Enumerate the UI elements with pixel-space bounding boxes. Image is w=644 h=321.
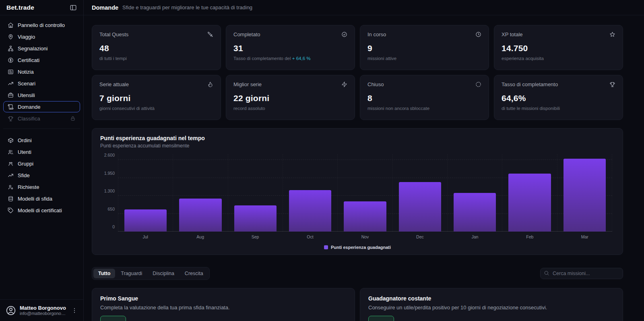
stat-card-header: In corso [367, 31, 481, 37]
tab-traguardi[interactable]: Traguardi [116, 269, 147, 278]
user-request-icon [8, 184, 14, 190]
sidebar-header: Bet.trade [0, 0, 83, 15]
chart-title: Punti esperienza guadagnati nel tempo [100, 135, 615, 141]
stat-card-header: Total Quests [99, 31, 213, 37]
stats-row-1: Total Quests48di tutti i tempiCompletato… [92, 25, 623, 70]
stat-card-header: Tasso di completamento [502, 81, 615, 87]
stat-title: Completato [233, 31, 260, 37]
trending-up-icon [8, 172, 14, 178]
legend-label: Punti esperienza guadagnati [331, 245, 391, 250]
sidebar-item-utensili[interactable]: Utensili [3, 89, 80, 101]
y-tick-label: 2.600 [99, 153, 115, 157]
sidebar-item-ordini[interactable]: Ordini [3, 135, 80, 146]
sidebar-item-label: Viaggio [18, 34, 35, 40]
bar-mar[interactable] [564, 159, 606, 232]
sidebar-item-label: Modelli di certificati [18, 207, 62, 213]
page-title: Domande [92, 4, 118, 11]
sidebar-item-domande[interactable]: Domande [3, 101, 80, 112]
y-tick-label: 650 [99, 207, 115, 211]
sidebar-item-pannello-di-controllo[interactable]: Pannello di controllo [3, 19, 80, 31]
sidebar-item-label: Sfide [18, 172, 30, 178]
sidebar-item-segnalazioni[interactable]: Segnalazioni [3, 43, 80, 54]
stat-subtitle: di tutte le missioni disponibili [502, 106, 615, 111]
bar-aug[interactable] [179, 199, 222, 232]
sidebar-item-modelli-di-certificati[interactable]: Modelli di certificati [3, 205, 80, 216]
sidebar-item-label: Ordini [18, 137, 32, 143]
mission-description: Completa la valutazione della tua prima … [100, 304, 347, 311]
sidebar-item-classifica[interactable]: Classifica [3, 113, 80, 124]
stat-title: Miglior serie [233, 81, 262, 87]
stat-card-chiuso: Chiuso8missioni non ancora sbloccate [360, 75, 489, 120]
tab-disciplina[interactable]: Disciplina [148, 269, 179, 278]
sidebar-collapse-icon[interactable] [70, 4, 77, 11]
sidebar-item-certificati[interactable]: Certificati [3, 54, 80, 66]
database-icon [8, 196, 14, 202]
stat-card-miglior-serie: Miglior serie22 giornirecord assoluto [226, 75, 355, 120]
x-tick-label: Dec [392, 234, 447, 239]
main-area: Domande Sfide e traguardi per migliorare… [84, 0, 644, 321]
sidebar-item-label: Richieste [18, 184, 39, 190]
sidebar-item-scenari[interactable]: Scenari [3, 78, 80, 89]
stats-row-2: Serie attuale7 giornigiorni consecutivi … [92, 75, 623, 120]
sidebar-item-label: Scenari [18, 81, 35, 87]
bar-cell [228, 154, 283, 232]
bar-sep[interactable] [234, 205, 277, 232]
sidebar: Bet.trade Pannello di controlloViaggioSe… [0, 0, 84, 321]
search-input[interactable] [540, 268, 623, 279]
bar-nov[interactable] [344, 201, 386, 232]
sidebar-item-utenti[interactable]: Utenti [3, 146, 80, 157]
mission-title: Guadagnatore costante [368, 295, 615, 302]
bar-dec[interactable] [399, 182, 442, 232]
sidebar-item-label: Notizia [18, 69, 34, 75]
sidebar-item-richieste[interactable]: Richieste [3, 181, 80, 193]
stat-card-serie-attuale: Serie attuale7 giornigiorni consecutivi … [92, 75, 221, 120]
bar-jan[interactable] [454, 193, 496, 232]
stat-subtitle: di tutti i tempi [99, 56, 213, 61]
network-icon [8, 46, 14, 52]
star-icon [609, 31, 615, 37]
filter-row: TuttoTraguardiDisciplinaCrescita [92, 267, 623, 280]
flame-icon [207, 81, 213, 87]
sidebar-item-label: Utensili [18, 92, 35, 98]
page-subtitle: Sfide e traguardi per migliorare le tue … [122, 4, 252, 10]
stat-title: XP totale [502, 31, 523, 37]
bar-cell [393, 154, 448, 232]
sidebar-item-gruppi[interactable]: Gruppi [3, 158, 80, 169]
trending-up-icon [8, 81, 14, 87]
stat-value: 8 [367, 93, 481, 103]
bar-cell [338, 154, 392, 232]
stat-card-total-quests: Total Quests48di tutti i tempi [92, 25, 221, 70]
tab-tutto[interactable]: Tutto [93, 269, 115, 278]
sidebar-item-sfide[interactable]: Sfide [3, 170, 80, 181]
x-tick-label: Oct [283, 234, 337, 239]
sidebar-item-label: Domande [18, 104, 40, 110]
stat-value: 48 [99, 43, 213, 53]
mission-description: Conseguire un utile/perdita positivo per… [368, 304, 615, 311]
user-menu-icon[interactable] [71, 307, 78, 314]
stat-title: Total Quests [99, 31, 128, 37]
sidebar-item-viaggio[interactable]: Viaggio [3, 31, 80, 42]
mission-card-guadagnatore-costante[interactable]: Guadagnatore costanteConseguire un utile… [360, 288, 623, 321]
sidebar-item-label: Gruppi [18, 161, 33, 167]
nav-secondary: OrdiniUtentiGruppiSfideRichiesteModelli … [0, 130, 83, 219]
dashed-circle-icon [475, 81, 481, 87]
bar-cell [283, 154, 338, 232]
bar-jul[interactable] [124, 209, 167, 232]
sidebar-item-modelli-di-sfida[interactable]: Modelli di sfida [3, 193, 80, 204]
stat-subtitle: missioni attive [367, 56, 481, 61]
bar-oct[interactable] [289, 190, 332, 232]
newspaper-icon [8, 69, 14, 75]
reward-badge [100, 316, 126, 321]
stat-card-header: Completato [233, 31, 347, 37]
tab-crescita[interactable]: Crescita [180, 269, 208, 278]
users-group-icon [8, 161, 14, 167]
mission-card-primo-sangue[interactable]: Primo SangueCompleta la valutazione dell… [92, 288, 355, 321]
chart-x-axis: JulAugSepOctNovDecJanFebMar [118, 234, 612, 239]
user-footer[interactable]: Matteo Borgonovo info@matteoborgonovo.co… [0, 299, 83, 321]
bar-cell [118, 154, 173, 232]
stat-title: In corso [367, 31, 386, 37]
map-pin-icon [8, 34, 14, 40]
bar-feb[interactable] [508, 174, 551, 232]
missions-grid: Primo SangueCompleta la valutazione dell… [92, 288, 623, 321]
sidebar-item-notizia[interactable]: Notizia [3, 66, 80, 77]
